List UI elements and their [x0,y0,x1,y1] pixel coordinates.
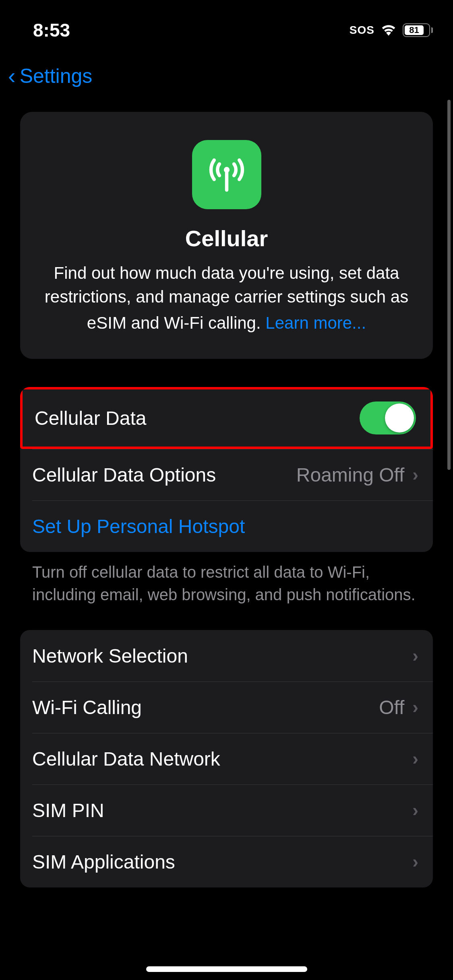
network-group: Network Selection › Wi-Fi Calling Off › … [20,630,433,887]
sim-pin-row[interactable]: SIM PIN › [20,784,433,836]
cellular-data-group: Cellular Data Cellular Data Options Roam… [20,387,433,552]
cellular-antenna-icon [192,140,261,209]
chevron-right-icon: › [412,800,418,820]
cellular-data-network-row[interactable]: Cellular Data Network › [20,733,433,784]
network-selection-label: Network Selection [32,645,188,667]
learn-more-link[interactable]: Learn more... [265,311,366,335]
cellular-data-row[interactable]: Cellular Data [20,387,433,449]
network-selection-row[interactable]: Network Selection › [20,630,433,681]
chevron-right-icon: › [412,646,418,666]
hero-card: Cellular Find out how much data you're u… [20,112,433,359]
battery-percent: 81 [409,25,419,35]
sim-applications-label: SIM Applications [32,851,175,873]
nav-bar[interactable]: ‹ Settings [0,52,453,100]
back-chevron-icon: ‹ [8,65,16,87]
cellular-data-options-value: Roaming Off [296,464,405,486]
hero-description: Find out how much data you're using, set… [40,261,413,335]
cellular-data-options-row[interactable]: Cellular Data Options Roaming Off › [20,449,433,500]
status-bar: 8:53 SOS 81 [0,0,453,52]
personal-hotspot-row[interactable]: Set Up Personal Hotspot [20,500,433,552]
hero-title: Cellular [185,225,268,251]
chevron-right-icon: › [412,697,418,717]
chevron-right-icon: › [412,852,418,872]
back-label: Settings [20,64,93,88]
cellular-data-network-label: Cellular Data Network [32,748,220,770]
scroll-indicator[interactable] [447,100,451,470]
wifi-calling-value: Off [379,696,404,719]
chevron-right-icon: › [412,749,418,769]
sim-applications-row[interactable]: SIM Applications › [20,836,433,887]
wifi-calling-row[interactable]: Wi-Fi Calling Off › [20,681,433,733]
cellular-data-label: Cellular Data [35,407,146,429]
status-time: 8:53 [33,19,70,41]
battery-indicator: 81 [403,23,433,37]
personal-hotspot-label: Set Up Personal Hotspot [32,515,245,537]
status-right: SOS 81 [350,23,433,37]
chevron-right-icon: › [412,465,418,485]
wifi-calling-label: Wi-Fi Calling [32,696,142,719]
sim-pin-label: SIM PIN [32,799,104,821]
wifi-icon [380,23,397,37]
group-footer-text: Turn off cellular data to restrict all d… [20,552,433,606]
home-indicator[interactable] [146,966,307,972]
cellular-data-options-label: Cellular Data Options [32,464,216,486]
sos-indicator: SOS [350,24,374,37]
cellular-data-toggle[interactable] [360,401,416,434]
